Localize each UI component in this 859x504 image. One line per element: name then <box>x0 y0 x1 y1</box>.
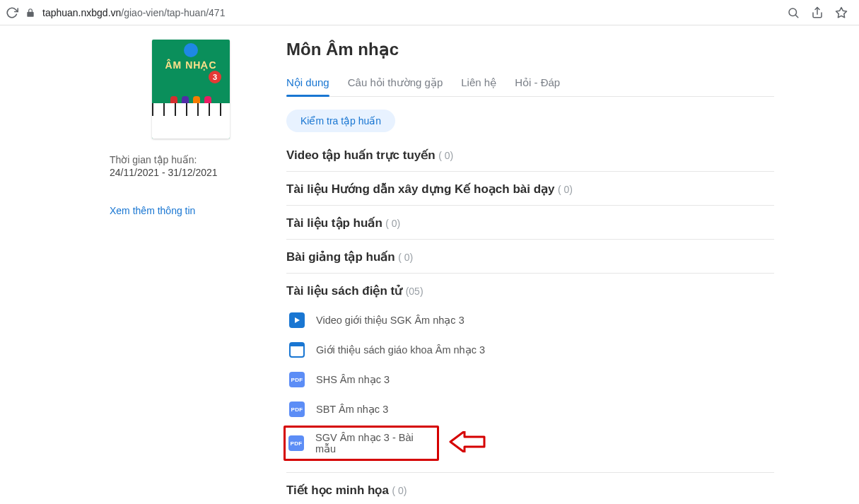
book-cover-title: ÂM NHẠC <box>152 59 230 71</box>
list-item[interactable]: Video giới thiệu SGK Âm nhạc 3 <box>286 305 774 335</box>
section-title: Tài liệu tập huấn <box>286 216 382 230</box>
ebook-items: Video giới thiệu SGK Âm nhạc 3 Giới thiệ… <box>286 303 774 473</box>
list-item-highlighted[interactable]: PDF SGV Âm nhạc 3 - Bài mẫu <box>284 426 439 461</box>
slides-icon <box>289 342 305 358</box>
exam-button[interactable]: Kiểm tra tập huấn <box>286 110 395 132</box>
main-content: Môn Âm nhạc Nội dung Câu hỏi thường gặp … <box>286 40 859 504</box>
section-title: Tiết học minh họa <box>286 484 389 497</box>
section-count: ( 0) <box>558 184 573 195</box>
section-lesson-plan-guide[interactable]: Tài liệu Hướng dẫn xây dựng Kế hoạch bài… <box>286 172 774 206</box>
svg-marker-4 <box>295 317 300 323</box>
video-icon <box>289 312 305 328</box>
item-label: SBT Âm nhạc 3 <box>316 404 388 415</box>
section-training-lectures[interactable]: Bài giảng tập huấn ( 0) <box>286 240 774 274</box>
section-count: ( 0) <box>398 252 413 263</box>
tab-qa[interactable]: Hỏi - Đáp <box>515 71 560 96</box>
url-host: taphuan.nxbgd.vn <box>42 7 121 18</box>
pdf-icon: PDF <box>289 372 305 387</box>
section-demo-lesson[interactable]: Tiết học minh họa ( 0) <box>286 473 774 504</box>
browser-bar: taphuan.nxbgd.vn/giao-vien/tap-huan/471 <box>0 0 859 25</box>
zoom-icon[interactable] <box>787 6 800 19</box>
more-info-link[interactable]: Xem thêm thông tin <box>110 205 195 216</box>
book-cover-grade: 3 <box>209 71 221 83</box>
section-title: Bài giảng tập huấn <box>286 250 395 264</box>
section-count: ( 0) <box>438 150 453 161</box>
svg-marker-3 <box>836 7 847 17</box>
training-period-label: Thời gian tập huấn: <box>110 154 197 165</box>
sidebar: ÂM NHẠC 3 Thời gian tập huấn: 24/11/2021… <box>0 40 286 504</box>
pdf-icon: PDF <box>289 402 305 417</box>
star-icon[interactable] <box>835 6 848 19</box>
lock-icon <box>25 8 35 18</box>
tab-faq[interactable]: Câu hỏi thường gặp <box>348 71 443 96</box>
book-cover[interactable]: ÂM NHẠC 3 <box>152 40 230 139</box>
section-title: Tài liệu Hướng dẫn xây dựng Kế hoạch bài… <box>286 182 555 196</box>
list-item[interactable]: PDF SHS Âm nhạc 3 <box>286 365 774 394</box>
list-item[interactable]: Giới thiệu sách giáo khoa Âm nhạc 3 <box>286 335 774 365</box>
svg-line-1 <box>795 15 797 17</box>
section-video-training[interactable]: Video tập huấn trực tuyến ( 0) <box>286 138 774 172</box>
pdf-icon: PDF <box>288 435 304 451</box>
item-label: SHS Âm nhạc 3 <box>316 374 390 385</box>
svg-point-0 <box>789 8 797 16</box>
section-count: ( 0) <box>392 485 407 496</box>
section-title: Video tập huấn trực tuyến <box>286 148 436 162</box>
item-label: Giới thiệu sách giáo khoa Âm nhạc 3 <box>316 344 485 356</box>
share-icon[interactable] <box>811 6 824 19</box>
list-item[interactable]: PDF SBT Âm nhạc 3 <box>286 394 774 424</box>
section-training-docs[interactable]: Tài liệu tập huấn ( 0) <box>286 206 774 240</box>
arrow-annotation-icon <box>436 431 486 455</box>
tab-content[interactable]: Nội dung <box>286 71 329 96</box>
section-count: (05) <box>406 286 423 297</box>
item-label: Video giới thiệu SGK Âm nhạc 3 <box>316 315 464 326</box>
reload-icon[interactable] <box>6 6 18 19</box>
item-label: SGV Âm nhạc 3 - Bài mẫu <box>315 432 434 455</box>
url-path: /giao-vien/tap-huan/471 <box>121 7 225 18</box>
page-title: Môn Âm nhạc <box>286 40 774 59</box>
tabs: Nội dung Câu hỏi thường gặp Liên hệ Hỏi … <box>286 71 774 97</box>
url-bar[interactable]: taphuan.nxbgd.vn/giao-vien/tap-huan/471 <box>42 7 780 18</box>
tab-contact[interactable]: Liên hệ <box>461 71 496 96</box>
section-title: Tài liệu sách điện tử <box>286 284 402 298</box>
section-ebook-docs[interactable]: Tài liệu sách điện tử (05) <box>286 274 774 303</box>
section-count: ( 0) <box>385 218 400 229</box>
training-period-dates: 24/11/2021 - 31/12/2021 <box>110 167 218 178</box>
